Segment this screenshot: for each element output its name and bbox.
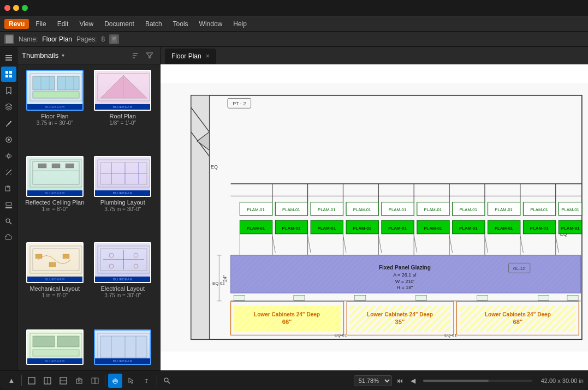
- menu-view[interactable]: View: [75, 19, 98, 29]
- file-bar: Name: Floor Plan Pages: 8: [0, 32, 588, 47]
- svg-rect-40: [30, 246, 82, 273]
- svg-text:PLAM-01: PLAM-01: [282, 207, 300, 212]
- sidebar-icon-menu[interactable]: [1, 50, 16, 65]
- menu-tools[interactable]: Tools: [169, 19, 193, 29]
- zoom-select[interactable]: 25% 50% 51.78% 75% 100% 150% 200%: [354, 375, 392, 386]
- thumb-img-b8: BLUEBEAM: [94, 329, 151, 365]
- svg-text:PLAM-01: PLAM-01: [459, 226, 478, 231]
- compare-tool[interactable]: [88, 374, 102, 388]
- svg-text:24": 24": [222, 275, 228, 282]
- thumb-scale-ceiling: 1 in = 8'-0": [42, 206, 68, 212]
- thumb-scale-electrical: 3.75 in = 30'-0": [104, 292, 141, 298]
- sidebar-icon-measurements[interactable]: [1, 165, 16, 180]
- split-view-tool[interactable]: [56, 374, 70, 388]
- thumbnail-ceiling-plan[interactable]: BLUEBEAM Reflected Ceiling Plan 1 in = 8…: [23, 156, 87, 238]
- zoom-prev-button[interactable]: ⏮: [394, 375, 406, 387]
- svg-rect-8: [5, 75, 8, 77]
- triangle-indicator[interactable]: ▲: [4, 374, 19, 388]
- thumbnail-b8[interactable]: BLUEBEAM: [91, 329, 155, 365]
- svg-rect-42: [35, 254, 42, 259]
- svg-rect-186: [76, 379, 82, 383]
- title-bar: [0, 0, 588, 16]
- svg-point-16: [6, 219, 10, 223]
- close-button[interactable]: [4, 5, 10, 11]
- thumbnail-b7[interactable]: BLUEBEAM: [23, 329, 87, 365]
- menu-batch[interactable]: Batch: [141, 19, 167, 29]
- svg-rect-4: [5, 57, 12, 58]
- menu-edit[interactable]: Edit: [53, 19, 73, 29]
- separator-2: [105, 375, 105, 386]
- menu-file[interactable]: File: [31, 19, 50, 29]
- tab-floor-plan[interactable]: Floor Plan ×: [165, 49, 216, 64]
- sidebar-icon-stamps[interactable]: [1, 197, 16, 213]
- page-view-tool[interactable]: [40, 374, 55, 388]
- sidebar-icon-shapes[interactable]: [1, 181, 16, 196]
- svg-text:Lower Cabinets 24" Deep: Lower Cabinets 24" Deep: [485, 311, 551, 317]
- svg-text:PLAM-01: PLAM-01: [247, 207, 265, 212]
- minimize-button[interactable]: [13, 5, 19, 11]
- menu-revu[interactable]: Revu: [4, 19, 29, 29]
- bottom-thumb-row: BLUEBEAM BLUEBEAM: [17, 329, 160, 370]
- sidebar-icon-properties[interactable]: [1, 132, 16, 147]
- sidebar-icon-layers[interactable]: [1, 99, 16, 115]
- svg-text:PLAM-01: PLAM-01: [353, 226, 371, 231]
- svg-text:A = 26.1 sf: A = 26.1 sf: [393, 272, 417, 278]
- thumb-img-electrical: BLUEBEAM: [94, 242, 151, 283]
- text-tool[interactable]: T: [140, 374, 154, 388]
- svg-text:PLAM-01: PLAM-01: [459, 207, 477, 212]
- thumbnail-roof-plan[interactable]: BLUEBEAM Roof Plan 1/8" = 1'-0": [91, 70, 155, 152]
- svg-rect-44: [63, 254, 69, 259]
- svg-rect-145: [416, 296, 427, 301]
- svg-rect-143: [294, 296, 305, 301]
- sidebar-icon-cloud[interactable]: [1, 230, 16, 245]
- svg-text:PLAM-01: PLAM-01: [495, 207, 513, 212]
- thumbnails-title: Thumbnails: [22, 51, 58, 59]
- svg-rect-7: [9, 71, 12, 74]
- sidebar-icon-search[interactable]: [1, 214, 16, 229]
- pointer-tool[interactable]: [124, 374, 138, 388]
- thumbnail-plumbing[interactable]: BLUEBEAM Plumbing Layout 3.75 in = 30'-0…: [91, 156, 155, 238]
- thumb-label-roof: Roof Plan: [110, 112, 136, 120]
- svg-rect-20: [57, 76, 79, 90]
- maximize-button[interactable]: [22, 5, 28, 11]
- svg-rect-33: [66, 164, 74, 168]
- menu-window[interactable]: Window: [195, 19, 227, 29]
- thumbnails-sort-button[interactable]: [129, 50, 141, 62]
- separator-1: [21, 375, 22, 386]
- menu-help[interactable]: Help: [229, 19, 251, 29]
- svg-text:PLAM-01: PLAM-01: [530, 207, 548, 212]
- tab-bar: Floor Plan ×: [161, 47, 588, 64]
- zoom-control: 25% 50% 51.78% 75% 100% 150% 200% ⏮ ◀: [354, 375, 534, 387]
- thumbnails-dropdown-icon[interactable]: ▾: [62, 52, 64, 58]
- zoom-tool[interactable]: [160, 374, 174, 388]
- svg-text:PLAM-01: PLAM-01: [495, 226, 513, 231]
- sidebar-icon-bookmarks[interactable]: [1, 83, 16, 98]
- thumbnail-floor-plan[interactable]: BLUEBEAM Floor Plan 3.75 in = 30'-0": [23, 70, 87, 152]
- svg-rect-9: [9, 75, 12, 77]
- thumbnails-filter-button[interactable]: [144, 50, 156, 62]
- rectangle-select-tool[interactable]: [25, 374, 39, 388]
- thumb-label-floor: Floor Plan: [41, 112, 68, 120]
- svg-text:PLAM-01: PLAM-01: [530, 226, 549, 231]
- thumbnail-mechanical[interactable]: BLUEBEAM Mechanical Layout 1 in = 8'-0": [23, 242, 87, 324]
- svg-rect-21: [33, 92, 79, 98]
- svg-rect-56: [33, 350, 79, 356]
- svg-text:PT - 2: PT - 2: [233, 101, 246, 106]
- drawing-canvas: PT - 2 EQ EQ EQ-02 PLAM-01 PLAM-01 PLAM-…: [161, 64, 588, 370]
- sidebar-icon-thumbnails[interactable]: [1, 67, 16, 82]
- svg-rect-142: [234, 296, 245, 301]
- status-coordinates: 42.00 x 30.00 in: [541, 377, 584, 384]
- tab-close-icon[interactable]: ×: [206, 52, 210, 60]
- content-area: Floor Plan × PT - 2 EQ: [161, 47, 588, 370]
- zoom-next-button[interactable]: ◀: [407, 375, 419, 387]
- file-name: Floor Plan: [42, 35, 72, 43]
- menu-document[interactable]: Document: [100, 19, 139, 29]
- thumbnail-electrical[interactable]: BLUEBEAM Electrical Layout 3.75 in = 30'…: [91, 242, 155, 324]
- document-icon[interactable]: [109, 34, 119, 44]
- hand-tool[interactable]: [108, 374, 122, 388]
- sidebar-icon-markup[interactable]: [1, 116, 16, 131]
- snapshot-tool[interactable]: [72, 374, 86, 388]
- sidebar-icon-settings[interactable]: [1, 148, 16, 164]
- svg-rect-58: [100, 336, 147, 358]
- svg-text:PLAM-01: PLAM-01: [353, 207, 371, 212]
